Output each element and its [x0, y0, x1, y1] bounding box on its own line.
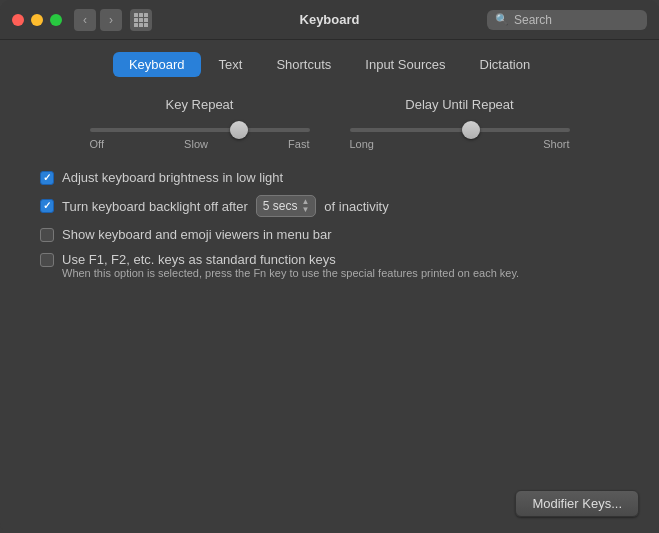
backlight-dropdown[interactable]: 5 secs ▲ ▼	[256, 195, 317, 217]
backlight-after-label: of inactivity	[324, 199, 388, 214]
fn-label: Use F1, F2, etc. keys as standard functi…	[62, 252, 336, 267]
backlight-checkbox[interactable]	[40, 199, 54, 213]
option-fn-row: Use F1, F2, etc. keys as standard functi…	[40, 252, 619, 267]
grid-button[interactable]	[130, 9, 152, 31]
close-button[interactable]	[12, 14, 24, 26]
fn-checkbox[interactable]	[40, 253, 54, 267]
key-repeat-slider-wrap[interactable]	[90, 128, 310, 132]
nav-buttons: ‹ ›	[74, 9, 122, 31]
titlebar: ‹ › Keyboard 🔍 Search	[0, 0, 659, 40]
traffic-lights	[12, 14, 62, 26]
tab-text[interactable]: Text	[203, 52, 259, 77]
brightness-label: Adjust keyboard brightness in low light	[62, 170, 283, 185]
minimize-button[interactable]	[31, 14, 43, 26]
tabs-bar: Keyboard Text Shortcuts Input Sources Di…	[0, 40, 659, 87]
delay-thumb[interactable]	[462, 121, 480, 139]
key-repeat-label: Key Repeat	[166, 97, 234, 112]
tab-dictation[interactable]: Dictation	[464, 52, 547, 77]
sliders-section: Key Repeat Off Slow Fast Delay Until Rep…	[40, 97, 619, 150]
bottom-bar: Modifier Keys...	[0, 478, 659, 533]
delay-long: Long	[350, 138, 374, 150]
delay-track[interactable]	[350, 128, 570, 132]
option-brightness-row: Adjust keyboard brightness in low light	[40, 170, 619, 185]
forward-button[interactable]: ›	[100, 9, 122, 31]
delay-slider-wrap[interactable]	[350, 128, 570, 132]
option-backlight-row: Turn keyboard backlight off after 5 secs…	[40, 195, 619, 217]
maximize-button[interactable]	[50, 14, 62, 26]
brightness-checkbox[interactable]	[40, 171, 54, 185]
emoji-label: Show keyboard and emoji viewers in menu …	[62, 227, 332, 242]
delay-group: Delay Until Repeat Long Short	[350, 97, 570, 150]
search-icon: 🔍	[495, 13, 509, 26]
modifier-keys-button[interactable]: Modifier Keys...	[515, 490, 639, 517]
tab-keyboard[interactable]: Keyboard	[113, 52, 201, 77]
delay-label: Delay Until Repeat	[405, 97, 513, 112]
backlight-dropdown-value: 5 secs	[263, 199, 298, 213]
key-repeat-slow: Slow	[184, 138, 208, 150]
key-repeat-thumb[interactable]	[230, 121, 248, 139]
search-placeholder: Search	[514, 13, 552, 27]
grid-icon	[134, 13, 148, 27]
tab-input-sources[interactable]: Input Sources	[349, 52, 461, 77]
backlight-label: Turn keyboard backlight off after	[62, 199, 248, 214]
keyboard-window: ‹ › Keyboard 🔍 Search Keyboard Text Shor…	[0, 0, 659, 533]
emoji-checkbox[interactable]	[40, 228, 54, 242]
option-fn-group: Use F1, F2, etc. keys as standard functi…	[40, 252, 619, 279]
search-box[interactable]: 🔍 Search	[487, 10, 647, 30]
main-content: Key Repeat Off Slow Fast Delay Until Rep…	[0, 87, 659, 478]
key-repeat-group: Key Repeat Off Slow Fast	[90, 97, 310, 150]
back-button[interactable]: ‹	[74, 9, 96, 31]
delay-short: Short	[543, 138, 569, 150]
tab-shortcuts[interactable]: Shortcuts	[260, 52, 347, 77]
key-repeat-track[interactable]	[90, 128, 310, 132]
dropdown-arrows-icon: ▲ ▼	[301, 198, 309, 214]
key-repeat-labels: Off Slow Fast	[90, 138, 310, 150]
key-repeat-off: Off	[90, 138, 104, 150]
delay-labels: Long Short	[350, 138, 570, 150]
options-section: Adjust keyboard brightness in low light …	[40, 170, 619, 279]
window-title: Keyboard	[300, 12, 360, 27]
fn-sub-note: When this option is selected, press the …	[62, 267, 619, 279]
option-emoji-row: Show keyboard and emoji viewers in menu …	[40, 227, 619, 242]
key-repeat-fast: Fast	[288, 138, 309, 150]
